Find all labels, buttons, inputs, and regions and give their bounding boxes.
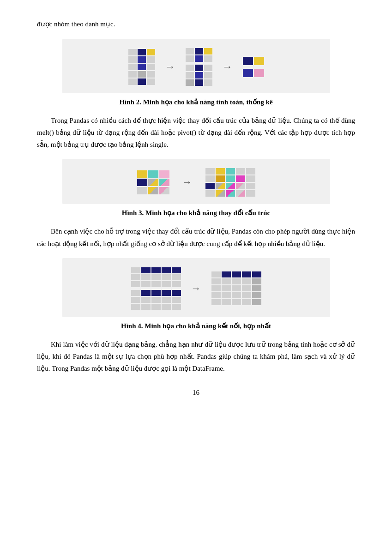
figure4-caption: Hình 4. Minh họa cho khả năng kết nối, h… (37, 322, 355, 330)
paragraph3: Khi làm việc với dữ liệu dạng bảng, chẳn… (37, 338, 355, 375)
figure3-container: → (62, 159, 330, 204)
figure2-caption: Hình 2. Minh họa cho khả năng tính toán,… (37, 98, 355, 106)
arrow3: → (182, 176, 193, 188)
fig2-right-blocks (243, 57, 264, 77)
figure2-illustration: → (128, 48, 264, 86)
fig3-left-block (137, 170, 169, 194)
figure3-caption: Hình 3. Minh họa cho khả năng thay đổi c… (37, 209, 355, 217)
intro-text: được nhóm theo danh mục. (37, 18, 355, 30)
fig2-middle-blocks (186, 48, 212, 86)
figure4-container: → (62, 258, 330, 317)
paragraph1: Trong Pandas có nhiều cách để thực hiện … (37, 114, 355, 151)
arrow4: → (191, 283, 201, 295)
figure3-illustration: → (137, 168, 255, 197)
figure4-illustration: → (131, 267, 261, 310)
fig4-right-block (211, 271, 261, 305)
page: được nhóm theo danh mục. (0, 0, 392, 554)
arrow2: → (223, 61, 233, 73)
page-number: 16 (37, 389, 355, 397)
paragraph2: Bên cạnh việc cho hỗ trợ trong việc thay… (37, 225, 355, 250)
arrow1: → (165, 61, 175, 73)
fig2-left-block (128, 49, 155, 85)
fig3-right-block (205, 168, 255, 197)
figure2-container: → (62, 39, 330, 93)
fig4-left-blocks (131, 267, 181, 310)
